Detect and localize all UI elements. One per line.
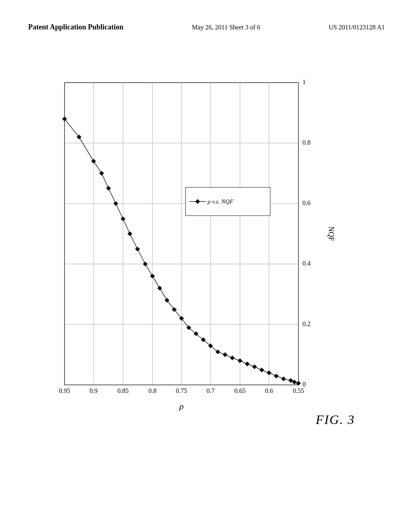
svg-marker-18 (91, 159, 96, 164)
x-tick-0.7: 0.7 (206, 387, 215, 394)
x-tick-0.85: 0.85 (117, 387, 129, 394)
y-axis-label: NQF (327, 227, 335, 241)
svg-marker-27 (157, 286, 162, 291)
x-tick-0.6: 0.6 (265, 387, 273, 394)
svg-marker-44 (281, 376, 286, 381)
svg-marker-40 (252, 364, 257, 369)
svg-marker-20 (106, 186, 111, 191)
y-tick-0.4: 0.4 (302, 260, 311, 267)
svg-marker-39 (245, 362, 250, 366)
legend-text: ρ v.s. NQF (207, 198, 234, 205)
svg-marker-23 (127, 231, 132, 236)
y-tick-0.6: 0.6 (302, 200, 311, 206)
svg-marker-26 (150, 274, 155, 278)
header-left-title: Patent Application Publication (28, 22, 123, 32)
svg-marker-43 (274, 374, 279, 378)
svg-marker-37 (230, 355, 235, 360)
y-tick-1: 1 (302, 79, 306, 85)
header: Patent Application Publication May 26, 2… (0, 0, 413, 32)
svg-marker-19 (99, 171, 104, 176)
chart-svg: ρ v.s. NQF 0.95 0.9 0.85 0.8 0.75 0.7 0.… (32, 71, 363, 433)
x-tick-0.8: 0.8 (148, 387, 156, 394)
svg-marker-38 (238, 358, 242, 363)
header-center-info: May 26, 2011 Sheet 3 of 6 (192, 22, 261, 31)
svg-marker-41 (259, 368, 264, 372)
svg-marker-21 (113, 201, 118, 206)
svg-marker-36 (223, 352, 227, 357)
x-axis-label: ρ (179, 401, 184, 411)
svg-marker-22 (121, 216, 125, 221)
y-tick-0.2: 0.2 (302, 320, 311, 327)
svg-marker-42 (267, 370, 271, 375)
chart-container: ρ v.s. NQF 0.95 0.9 0.85 0.8 0.75 0.7 0.… (32, 71, 363, 433)
page: Patent Application Publication May 26, 2… (0, 0, 413, 532)
svg-marker-24 (135, 247, 140, 251)
header-right-info: US 2011/0123128 A1 (329, 22, 385, 31)
x-tick-0.95: 0.95 (59, 387, 70, 394)
y-tick-0: 0 (302, 381, 306, 388)
svg-marker-25 (143, 262, 148, 266)
x-tick-0.55: 0.55 (293, 387, 304, 394)
x-tick-0.75: 0.75 (176, 387, 187, 394)
y-tick-0.8: 0.8 (302, 139, 311, 146)
x-tick-0.65: 0.65 (234, 387, 246, 394)
x-tick-0.9: 0.9 (90, 387, 98, 394)
figure-label: FIG. 3 (316, 412, 355, 427)
